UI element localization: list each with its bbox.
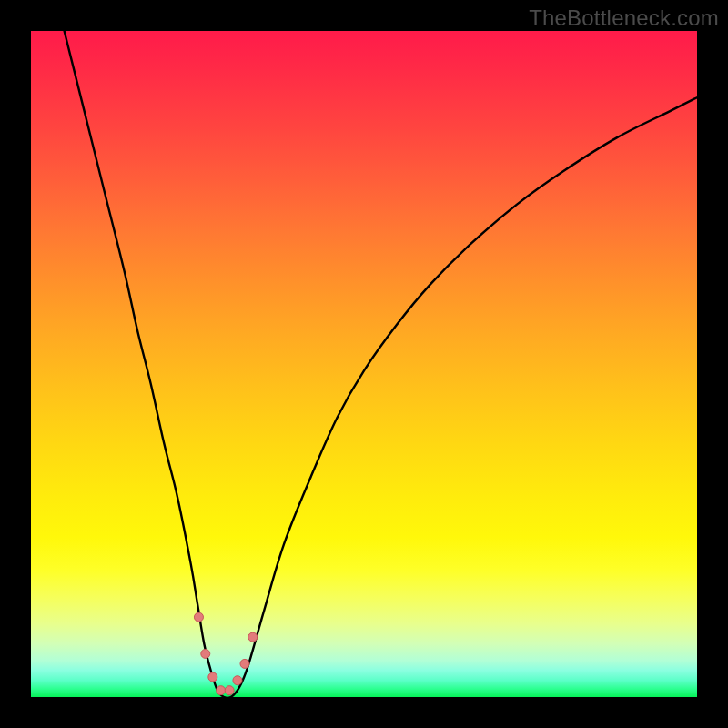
plot-area: [31, 31, 697, 697]
chart-frame: TheBottleneck.com: [0, 0, 728, 728]
curve-layer: [31, 31, 697, 697]
highlight-dot: [194, 612, 203, 622]
highlight-dots: [194, 612, 257, 695]
highlight-dot: [225, 686, 234, 695]
highlight-dot: [240, 659, 249, 668]
highlight-dot: [248, 632, 258, 642]
highlight-dot: [201, 649, 210, 658]
highlight-dot: [217, 686, 226, 695]
watermark-text: TheBottleneck.com: [529, 5, 719, 31]
highlight-dot: [208, 672, 217, 682]
bottleneck-curve: [65, 31, 697, 698]
highlight-dot: [233, 676, 242, 685]
